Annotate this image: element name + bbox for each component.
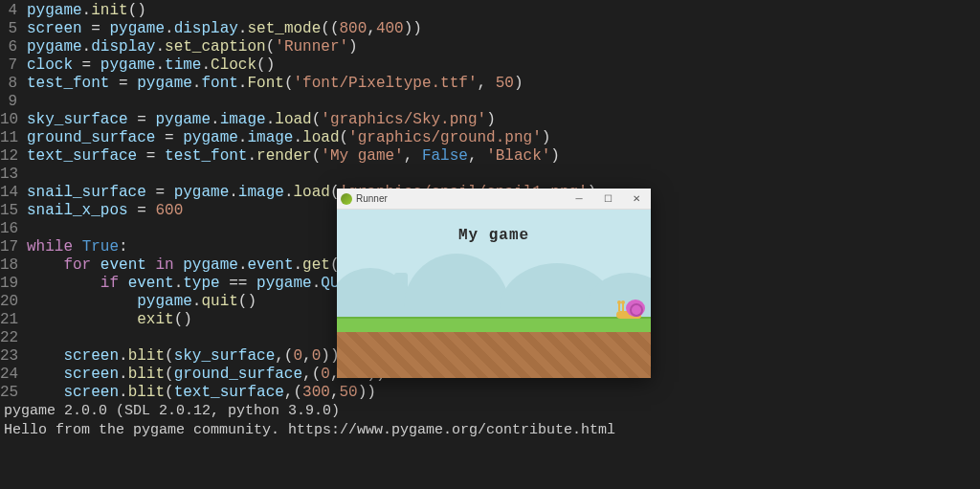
grass-strip <box>337 317 651 332</box>
line-number: 9 <box>0 93 27 111</box>
window-title: Runner <box>356 193 388 204</box>
code-content[interactable]: sky_surface = pygame.image.load('graphic… <box>27 111 980 129</box>
snail-sprite <box>616 298 647 319</box>
code-line[interactable]: 11ground_surface = pygame.image.load('gr… <box>0 129 980 147</box>
line-number: 12 <box>0 147 27 166</box>
terminal-output: pygame 2.0.0 (SDL 2.0.12, python 3.9.0) … <box>0 402 980 440</box>
code-line[interactable]: 13 <box>0 166 980 184</box>
code-content[interactable]: pygame.init() <box>27 2 980 20</box>
code-content[interactable]: ground_surface = pygame.image.load('grap… <box>27 129 980 147</box>
line-number: 7 <box>0 56 27 75</box>
line-number: 22 <box>0 329 27 347</box>
line-number: 6 <box>0 38 27 56</box>
code-content[interactable]: screen = pygame.display.set_mode((800,40… <box>27 20 980 38</box>
code-line[interactable]: 7clock = pygame.time.Clock() <box>0 56 980 75</box>
code-line[interactable]: 8test_font = pygame.font.Font('font/Pixe… <box>0 75 980 93</box>
code-content[interactable]: test_font = pygame.font.Font('font/Pixel… <box>27 75 980 93</box>
minimize-button[interactable]: ─ <box>565 189 593 209</box>
line-number: 18 <box>0 256 27 275</box>
line-number: 14 <box>0 184 27 202</box>
terminal-line: pygame 2.0.0 (SDL 2.0.12, python 3.9.0) <box>4 402 980 421</box>
terminal-line: Hello from the pygame community. https:/… <box>4 421 980 440</box>
code-line[interactable]: 12text_surface = test_font.render('My ga… <box>0 147 980 166</box>
code-line[interactable]: 5screen = pygame.display.set_mode((800,4… <box>0 20 980 38</box>
game-canvas: My game <box>337 210 651 378</box>
code-line[interactable]: 25 screen.blit(text_surface,(300,50)) <box>0 384 980 402</box>
code-editor[interactable]: 4pygame.init()5screen = pygame.display.s… <box>0 0 980 489</box>
line-number: 24 <box>0 366 27 384</box>
line-number: 25 <box>0 384 27 402</box>
line-number: 19 <box>0 275 27 293</box>
code-line[interactable]: 4pygame.init() <box>0 2 980 20</box>
line-number: 23 <box>0 347 27 366</box>
app-icon <box>341 193 352 205</box>
code-line[interactable]: 6pygame.display.set_caption('Runner') <box>0 38 980 56</box>
code-content[interactable]: clock = pygame.time.Clock() <box>27 56 980 75</box>
line-number: 4 <box>0 2 27 20</box>
pygame-window[interactable]: Runner ─ ☐ ✕ My game <box>337 189 651 378</box>
code-content[interactable]: text_surface = test_font.render('My game… <box>27 147 980 166</box>
code-line[interactable]: 9 <box>0 93 980 111</box>
line-number: 17 <box>0 238 27 256</box>
code-content[interactable]: pygame.display.set_caption('Runner') <box>27 38 980 56</box>
line-number: 20 <box>0 293 27 311</box>
code-content[interactable]: screen.blit(text_surface,(300,50)) <box>27 384 980 402</box>
line-number: 5 <box>0 20 27 38</box>
hills-background <box>337 254 651 321</box>
line-number: 15 <box>0 202 27 220</box>
line-number: 8 <box>0 75 27 93</box>
line-number: 13 <box>0 166 27 184</box>
window-titlebar[interactable]: Runner ─ ☐ ✕ <box>337 189 651 210</box>
close-button[interactable]: ✕ <box>622 189 651 209</box>
maximize-button[interactable]: ☐ <box>593 189 622 209</box>
code-line[interactable]: 10sky_surface = pygame.image.load('graph… <box>0 111 980 129</box>
line-number: 11 <box>0 129 27 147</box>
game-title-text: My game <box>337 227 651 244</box>
line-number: 16 <box>0 220 27 238</box>
line-number: 10 <box>0 111 27 129</box>
ground-surface <box>337 332 651 378</box>
line-number: 21 <box>0 311 27 329</box>
